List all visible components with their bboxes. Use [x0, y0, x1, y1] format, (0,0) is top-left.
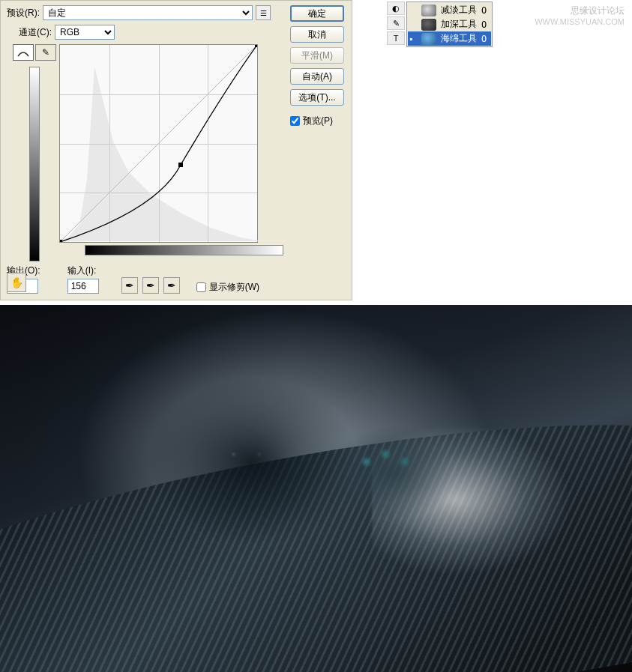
eyedropper-gray-icon[interactable]: ✒ [142, 277, 159, 294]
preset-label: 预设(R): [7, 7, 40, 19]
curve-mode-smooth-icon[interactable] [13, 44, 34, 61]
svg-rect-2 [255, 45, 257, 47]
tool-label: 海绵工具 [441, 32, 477, 45]
smooth-button: 平滑(M) [290, 47, 344, 64]
tool-label: 加深工具 [441, 18, 477, 31]
show-clipping-checkbox[interactable] [196, 282, 206, 292]
tool-dodge[interactable]: 减淡工具 O [408, 3, 491, 17]
tool-shortcut: O [481, 5, 487, 16]
eyedropper-black-icon[interactable]: ✒ [121, 277, 138, 294]
sponge-icon [421, 33, 436, 45]
curve-control-point [178, 163, 183, 167]
input-gradient [85, 245, 283, 255]
tool-burn[interactable]: 加深工具 O [408, 17, 491, 31]
toolbar-type-icon[interactable]: T [387, 31, 405, 45]
options-button[interactable]: 选项(T)... [290, 89, 344, 106]
tool-shortcut: O [481, 19, 487, 30]
tool-label: 减淡工具 [441, 4, 477, 16]
output-gradient [29, 67, 40, 261]
input-label: 输入(I): [67, 264, 99, 277]
tool-shortcut: O [481, 34, 487, 44]
svg-line-0 [60, 45, 257, 242]
preset-select[interactable]: 自定 [43, 5, 253, 20]
burn-icon [421, 19, 436, 31]
toolbar-pen-icon[interactable]: ✎ [387, 16, 405, 30]
auto-button[interactable]: 自动(A) [290, 68, 344, 85]
curve-graph[interactable] [59, 44, 258, 243]
toolbar-dodge-icon[interactable]: ◐ [387, 1, 405, 15]
input-input[interactable] [67, 279, 99, 294]
cancel-button[interactable]: 取消 [290, 26, 344, 43]
preset-menu-icon[interactable]: ☰ [256, 5, 271, 20]
ok-button[interactable]: 确定 [290, 5, 344, 22]
svg-rect-1 [60, 240, 62, 242]
tool-sponge[interactable]: ▪ 海绵工具 O [408, 31, 491, 46]
curve-line [60, 45, 257, 242]
watermark: 思缘设计论坛 WWW.MISSYUAN.COM [535, 4, 625, 26]
eyedropper-white-icon[interactable]: ✒ [163, 277, 180, 294]
dodge-icon [421, 4, 436, 16]
preview-checkbox[interactable] [290, 116, 300, 126]
tool-flyout: ◐ ✎ T 减淡工具 O 加深工具 O ▪ 海绵工具 O [387, 1, 493, 47]
curve-mode-pencil-icon[interactable]: ✎ [35, 44, 56, 61]
preview-label: 预览(P) [303, 115, 333, 127]
hand-tool-icon[interactable]: ✋ [7, 273, 26, 292]
curves-dialog: 预设(R): 自定 ☰ 通道(C): RGB ✎ [0, 0, 352, 300]
channel-select[interactable]: RGB [55, 25, 115, 40]
artwork-image [0, 305, 632, 672]
channel-label: 通道(C): [19, 26, 52, 39]
bullet-icon: ▪ [409, 34, 417, 44]
show-clipping-label: 显示修剪(W) [209, 281, 259, 294]
